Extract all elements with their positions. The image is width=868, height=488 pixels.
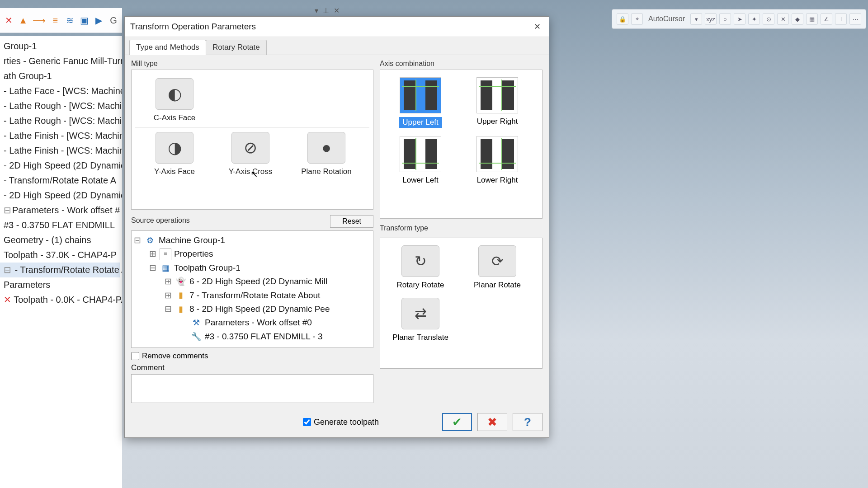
- simulate-icon[interactable]: ▶: [94, 14, 104, 27]
- toolpath-group-icon: ▦: [160, 262, 171, 274]
- operations-manager-tree[interactable]: Group-1 rties - Generic Fanuc Mill-Turn …: [0, 36, 122, 488]
- autocursor-icon[interactable]: ⌖: [631, 13, 643, 25]
- tree-row[interactable]: Toolpath - 37.0K - CHAP4-P: [0, 248, 120, 263]
- remove-comments-checkbox[interactable]: Remove comments: [131, 352, 373, 361]
- tree-row[interactable]: #3 - 0.3750 FLAT ENDMILL: [0, 218, 120, 233]
- tree-row[interactable]: Group-1: [0, 39, 120, 54]
- tree-node-properties[interactable]: ⊞≡Properties: [133, 247, 371, 261]
- dropdown-icon[interactable]: ▾: [315, 6, 318, 15]
- tree-row[interactable]: rties - Generic Fanuc Mill-Turn: [0, 54, 120, 69]
- mill-type-panel: ◐ C-Axis Face ◑ Y-Axis Face ⊘ Y-Axis Cro…: [131, 70, 373, 210]
- tangent-icon[interactable]: ⊥: [835, 13, 847, 25]
- dialog-titlebar: Transform Operation Parameters ✕: [125, 17, 549, 37]
- machine-icon: ⚙: [144, 235, 156, 246]
- tree-row[interactable]: ✕ Toolpath - 0.0K - CHAP4-PA: [0, 292, 120, 307]
- comment-input[interactable]: [131, 374, 373, 403]
- axis-option-upper-left[interactable]: Upper Left: [391, 77, 450, 128]
- planar-rotate-icon: ⟳: [478, 245, 516, 277]
- close-icon[interactable]: ✕: [531, 20, 543, 33]
- transform-option-rotary-rotate[interactable]: ↻ Rotary Rotate: [391, 245, 450, 290]
- properties-icon: ≡: [160, 249, 171, 260]
- dialog-tabs: Type and Methods Rotary Rotate: [125, 37, 549, 55]
- operations-toolbar: ✕ ▲ ⟶ ≡ ≋ ▣ ▶ G: [0, 8, 122, 33]
- axis-ll-icon: [400, 136, 441, 172]
- help-button[interactable]: ?: [513, 413, 542, 431]
- tree-node-params[interactable]: ⚒Parameters - Work offset #0: [133, 316, 371, 329]
- mill-option-y-axis-face[interactable]: ◑ Y-Axis Face: [141, 132, 208, 176]
- transform-option-planar-rotate[interactable]: ⟳ Planar Rotate: [468, 245, 527, 290]
- select-icon[interactable]: ▲: [18, 14, 28, 27]
- transform-type-panel: ↻ Rotary Rotate ⟳ Planar Rotate ⇄ Planar…: [380, 238, 542, 369]
- close-panel-icon[interactable]: ✕: [334, 6, 340, 15]
- origin-icon[interactable]: ✦: [748, 13, 760, 25]
- sort-icon[interactable]: ≡: [50, 14, 60, 27]
- mill-type-label: Mill type: [131, 60, 373, 68]
- transform-option-planar-translate[interactable]: ⇄ Planar Translate: [391, 298, 450, 342]
- tree-row[interactable]: - 2D High Speed (2D Dynamic: [0, 158, 120, 173]
- ok-button[interactable]: ✔: [442, 413, 472, 431]
- parameters-icon: ⚒: [190, 317, 202, 329]
- verify-icon[interactable]: ▣: [80, 14, 90, 27]
- endpoint-icon[interactable]: ⊙: [763, 13, 774, 25]
- tree-row[interactable]: Geometry - (1) chains: [0, 233, 120, 248]
- move-icon[interactable]: ⟶: [33, 14, 46, 27]
- midpoint-icon[interactable]: ◆: [792, 13, 803, 25]
- tree-node-toolpath-group[interactable]: ⊟▦Toolpath Group-1: [133, 261, 371, 275]
- angle-icon[interactable]: ∠: [821, 13, 832, 25]
- panel-pin-controls: ▾ ⊥ ✕: [315, 6, 340, 15]
- lock-icon[interactable]: 🔒: [617, 13, 628, 25]
- tree-node-tool[interactable]: 🔧#3 - 0.3750 FLAT ENDMILL - 3: [133, 330, 371, 343]
- folder-icon: ▮: [175, 303, 187, 315]
- delete-icon[interactable]: ✕: [4, 14, 14, 27]
- tree-row[interactable]: - Lathe Face - [WCS: Machine: [0, 84, 120, 99]
- ghost-icon: 👻: [175, 276, 187, 287]
- transform-type-label: Transform type: [380, 224, 542, 232]
- cancel-button[interactable]: ✖: [477, 413, 507, 431]
- axis-combination-panel: Upper Left Upper Right Lower Left Lower …: [380, 70, 542, 219]
- grid-icon[interactable]: ▦: [806, 13, 818, 25]
- mill-yface-icon: ◑: [156, 132, 193, 164]
- post-icon[interactable]: G: [108, 14, 118, 27]
- mill-option-plane-rotation[interactable]: ● Plane Rotation: [292, 132, 360, 176]
- tree-node-machine-group[interactable]: ⊟⚙Machine Group-1: [133, 234, 371, 247]
- remove-comments-input[interactable]: [131, 352, 139, 360]
- tree-row[interactable]: - Lathe Finish - [WCS: Machin: [0, 128, 120, 143]
- folder-icon: ▮: [175, 290, 187, 301]
- tree-row-selected[interactable]: ⊟ - Transform/Rotate Rotate A: [0, 263, 120, 277]
- tab-type-and-methods[interactable]: Type and Methods: [129, 40, 206, 55]
- snap-icon[interactable]: ○: [719, 13, 731, 25]
- regen-icon[interactable]: ≋: [65, 14, 75, 27]
- coord-icon[interactable]: xyz: [705, 13, 717, 25]
- tree-row[interactable]: - Lathe Finish - [WCS: Machin: [0, 143, 120, 158]
- tree-node-op7[interactable]: ⊞▮7 - Transform/Rotate Rotate About: [133, 289, 371, 302]
- mill-option-y-axis-cross[interactable]: ⊘ Y-Axis Cross: [217, 132, 284, 176]
- generate-toolpath-input[interactable]: [303, 418, 311, 426]
- axis-option-upper-right[interactable]: Upper Right: [468, 77, 527, 128]
- transform-operation-parameters-dialog: Transform Operation Parameters ✕ Type an…: [124, 16, 549, 438]
- intersect-icon[interactable]: ✕: [777, 13, 789, 25]
- tree-row[interactable]: - Lathe Rough - [WCS: Machi: [0, 113, 120, 128]
- source-operations-tree[interactable]: ⊟⚙Machine Group-1 ⊞≡Properties ⊟▦Toolpat…: [131, 230, 373, 348]
- source-operations-label: Source operations: [131, 216, 190, 225]
- tree-row[interactable]: - 2D High Speed (2D Dynamic: [0, 188, 120, 203]
- planar-translate-icon: ⇄: [401, 298, 439, 329]
- mill-face-icon: ◐: [156, 78, 193, 110]
- tree-row[interactable]: - Transform/Rotate Rotate A: [0, 173, 120, 188]
- tree-row[interactable]: ⊟Parameters - Work offset #: [0, 203, 120, 218]
- tree-row[interactable]: - Lathe Rough - [WCS: Machi: [0, 99, 120, 113]
- axis-option-lower-left[interactable]: Lower Left: [391, 136, 450, 185]
- tree-node-op6[interactable]: ⊞👻6 - 2D High Speed (2D Dynamic Mill: [133, 275, 371, 288]
- mill-option-c-axis-face[interactable]: ◐ C-Axis Face: [141, 78, 208, 122]
- generate-toolpath-checkbox[interactable]: Generate toolpath: [303, 418, 379, 427]
- more-icon[interactable]: ⋯: [849, 13, 861, 25]
- tab-rotary-rotate[interactable]: Rotary Rotate: [206, 40, 267, 55]
- reset-button[interactable]: Reset: [330, 215, 373, 228]
- toolbar-dropdown-icon[interactable]: ▾: [690, 13, 702, 25]
- tree-row[interactable]: ath Group-1: [0, 69, 120, 84]
- pin-icon[interactable]: ⊥: [323, 6, 329, 15]
- arrow-icon[interactable]: ➤: [734, 13, 745, 25]
- tree-node-op8[interactable]: ⊟▮8 - 2D High Speed (2D Dynamic Pee: [133, 302, 371, 316]
- mill-ycross-icon: ⊘: [231, 132, 269, 164]
- axis-option-lower-right[interactable]: Lower Right: [468, 136, 527, 185]
- tree-row[interactable]: Parameters: [0, 277, 120, 292]
